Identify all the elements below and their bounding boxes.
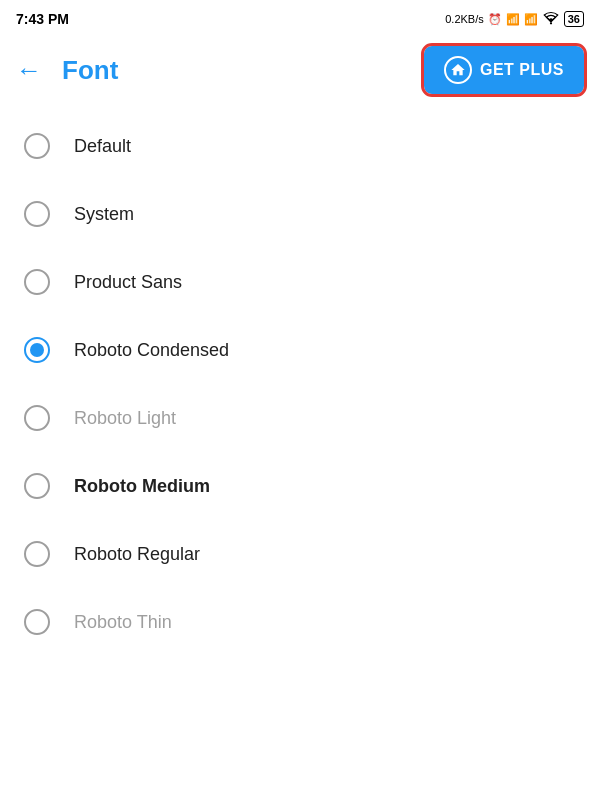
radio-roboto-light — [24, 405, 50, 431]
clock-icon: ⏰ — [488, 13, 502, 26]
font-label-default: Default — [74, 136, 131, 157]
font-item-product-sans[interactable]: Product Sans — [0, 248, 600, 316]
radio-product-sans — [24, 269, 50, 295]
status-bar: 7:43 PM 0.2KB/s ⏰ 📶 📶 36 — [0, 0, 600, 36]
status-icons: 0.2KB/s ⏰ 📶 📶 36 — [445, 11, 584, 27]
font-item-roboto-condensed[interactable]: Roboto Condensed — [0, 316, 600, 384]
battery-icon: 36 — [564, 11, 584, 27]
app-bar: ← Font GET PLUS — [0, 36, 600, 104]
font-label-roboto-regular: Roboto Regular — [74, 544, 200, 565]
radio-system — [24, 201, 50, 227]
font-list: DefaultSystemProduct SansRoboto Condense… — [0, 104, 600, 664]
svg-point-0 — [550, 22, 552, 24]
font-item-roboto-medium[interactable]: Roboto Medium — [0, 452, 600, 520]
font-label-product-sans: Product Sans — [74, 272, 182, 293]
font-item-default[interactable]: Default — [0, 112, 600, 180]
app-bar-left: ← Font — [16, 55, 118, 86]
back-button[interactable]: ← — [16, 57, 42, 83]
signal-icon-1: 📶 — [506, 13, 520, 26]
get-plus-button[interactable]: GET PLUS — [424, 46, 584, 94]
font-label-system: System — [74, 204, 134, 225]
font-item-roboto-thin[interactable]: Roboto Thin — [0, 588, 600, 656]
font-item-roboto-light[interactable]: Roboto Light — [0, 384, 600, 452]
font-label-roboto-medium: Roboto Medium — [74, 476, 210, 497]
get-plus-label: GET PLUS — [480, 61, 564, 79]
font-label-roboto-thin: Roboto Thin — [74, 612, 172, 633]
page-title: Font — [62, 55, 118, 86]
radio-roboto-condensed — [24, 337, 50, 363]
status-time: 7:43 PM — [16, 11, 69, 27]
home-icon — [444, 56, 472, 84]
radio-roboto-medium — [24, 473, 50, 499]
radio-roboto-thin — [24, 609, 50, 635]
signal-icon-2: 📶 — [524, 13, 538, 26]
font-label-roboto-condensed: Roboto Condensed — [74, 340, 229, 361]
radio-roboto-regular — [24, 541, 50, 567]
font-item-system[interactable]: System — [0, 180, 600, 248]
font-label-roboto-light: Roboto Light — [74, 408, 176, 429]
wifi-icon — [542, 11, 560, 27]
font-item-roboto-regular[interactable]: Roboto Regular — [0, 520, 600, 588]
radio-default — [24, 133, 50, 159]
speed-indicator: 0.2KB/s — [445, 13, 484, 25]
